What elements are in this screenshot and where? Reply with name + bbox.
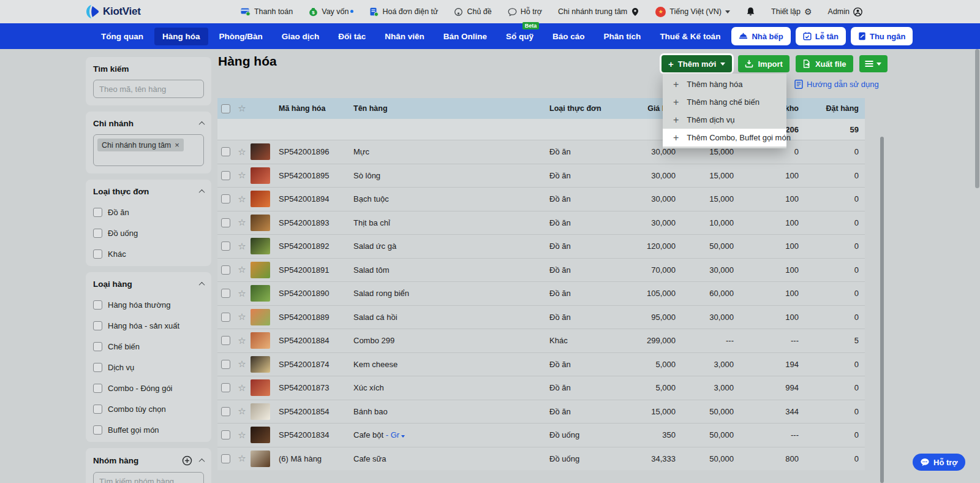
kitchen-button[interactable]: Nhà bếp [731,27,790,45]
table-row[interactable]: ☆ SP542001895 Sò lông - Đồ ăn 30,000 15,… [217,164,865,188]
table-row[interactable]: ☆ SP542001889 Salad cá hồi - Đồ ăn 95,00… [217,305,865,329]
product-type-option[interactable]: Combo tùy chọn [93,404,204,414]
row-checkbox[interactable] [221,313,230,322]
add-new-button[interactable]: + Thêm mới [662,55,732,72]
star-icon[interactable]: ☆ [233,194,251,205]
select-all-checkbox[interactable] [221,104,230,113]
star-icon[interactable]: ☆ [233,170,251,181]
star-icon[interactable]: ☆ [233,406,251,417]
menu-type-option[interactable]: Khác [93,249,204,259]
table-row[interactable]: ☆ SP542001834 Cafe bột - Gr Đồ uống 350 … [217,423,865,447]
menu-type-option[interactable]: Đồ uống [93,228,204,238]
product-type-option[interactable]: Buffet gọi món [93,425,204,435]
remove-chip-icon[interactable]: × [175,140,179,150]
row-checkbox[interactable] [221,147,230,156]
checkbox[interactable] [93,384,102,393]
cashier-button[interactable]: Thu ngân [851,27,913,45]
page-scrollbar[interactable] [975,49,979,188]
column-settings-button[interactable] [859,55,888,72]
checkbox[interactable] [93,300,102,310]
product-type-option[interactable]: Hàng hóa - sản xuất [93,321,204,330]
settings-link[interactable]: Thiết lập ⚙ [771,7,812,17]
support-link[interactable]: Hỗ trợ Beta [508,7,542,17]
star-icon[interactable]: ☆ [233,335,251,346]
dropdown-item[interactable]: + Thêm hàng hóa [663,75,786,93]
search-input[interactable] [93,80,204,98]
kiotviet-logo[interactable]: KiotViet [86,0,141,23]
language-selector[interactable]: ★ Tiếng Việt (VN) [655,7,730,17]
table-row[interactable]: ☆ SP542001892 Salad ức gà - Đồ ăn 120,00… [217,234,865,258]
column-header-name[interactable]: Tên hàng [353,104,549,113]
nav-item[interactable]: Phân tích [596,28,649,45]
row-checkbox[interactable] [221,336,230,345]
chevron-up-icon[interactable] [199,121,205,127]
nav-item[interactable]: Thuế & Kế toán [652,28,728,45]
nav-item[interactable]: Phòng/Bàn [211,28,271,45]
table-row[interactable]: ☆ SP542001894 Bạch tuộc - Đồ ăn 30,000 1… [217,187,865,211]
table-row[interactable]: ☆ SP542001874 Kem cheese - Đồ ăn 5,000 3… [217,352,865,376]
dropdown-item[interactable]: + Thêm dịch vụ [663,111,786,129]
einvoice-link[interactable]: Hoá đơn điện tử [369,7,438,17]
menu-type-option[interactable]: Đồ ăn [93,207,204,217]
nav-item[interactable]: Nhân viên [377,28,432,45]
table-row[interactable]: ☆ SP542001884 Combo 299 - Khác 299,000 -… [217,329,865,352]
row-checkbox[interactable] [221,265,230,275]
checkbox[interactable] [93,425,102,435]
table-row[interactable]: ☆ SP542001890 Salad rong biển - Đồ ăn 10… [217,281,865,305]
row-checkbox[interactable] [221,430,230,439]
notifications-button[interactable] [746,7,755,17]
group-search-input[interactable] [93,472,204,483]
table-row[interactable]: ☆ SP542001893 Thịt ba chỉ - Đồ ăn 30,000… [217,211,865,235]
column-header-code[interactable]: Mã hàng hóa [279,104,353,113]
table-row[interactable]: ☆ (6) Mã hàng Cafe sữa - Đồ uống 34,333 … [217,447,865,471]
checkbox[interactable] [93,229,102,238]
dropdown-item[interactable]: + Thêm hàng chế biến [663,93,786,111]
star-icon[interactable]: ☆ [233,382,251,394]
star-icon[interactable]: ☆ [233,146,251,158]
chevron-up-icon[interactable] [199,282,205,288]
column-header-order[interactable]: Đặt hàng [799,104,859,113]
table-row[interactable]: ☆ SP542001891 Salad tôm - Đồ ăn 70,000 3… [217,258,865,282]
nav-item[interactable]: Bán Online [435,28,495,45]
star-icon[interactable]: ☆ [233,241,251,252]
user-menu[interactable]: Admin [828,7,862,17]
row-checkbox[interactable] [221,218,230,227]
checkbox[interactable] [93,208,102,217]
branch-select[interactable]: Chi nhánh trung tâm × [93,134,204,166]
support-fab-button[interactable]: Hỗ trợ [913,454,965,471]
star-icon[interactable]: ☆ [233,430,251,441]
chevron-up-icon[interactable] [199,189,205,196]
row-checkbox[interactable] [221,171,230,180]
row-checkbox[interactable] [221,194,230,203]
star-icon[interactable]: ☆ [233,288,251,299]
variant-link[interactable]: - Gr [383,430,405,439]
row-checkbox[interactable] [221,383,230,392]
star-icon[interactable]: ☆ [233,264,251,275]
product-type-option[interactable]: Hàng hóa thường [93,300,204,310]
add-group-icon[interactable] [182,455,192,466]
export-button[interactable]: Xuất file [796,55,853,72]
checkbox[interactable] [93,363,102,372]
nav-item[interactable]: Báo cáo [545,28,593,45]
dropdown-item[interactable]: + Thêm Combo, Buffet gọi món [663,129,786,146]
import-button[interactable]: Import [738,55,789,72]
star-icon[interactable]: ☆ [233,359,251,370]
nav-item[interactable]: Hàng hóa [154,28,208,45]
user-guide-link[interactable]: Hướng dẫn sử dụng [794,80,879,89]
row-checkbox[interactable] [221,360,230,369]
star-icon[interactable]: ☆ [233,311,251,322]
row-checkbox[interactable] [221,242,230,251]
checkbox[interactable] [93,321,102,330]
chevron-up-icon[interactable] [199,458,205,465]
product-type-option[interactable]: Chế biến [93,341,204,351]
loan-link[interactable]: $ Vay vốn [309,7,353,17]
nav-item[interactable]: Sổ quỹ [498,28,541,45]
payment-link[interactable]: Thanh toán [241,7,293,16]
product-type-option[interactable]: Combo - Đóng gói [93,383,204,393]
star-icon[interactable]: ☆ [233,103,251,114]
column-header-menu-type[interactable]: Loại thực đơn [549,104,623,113]
checkbox[interactable] [93,405,102,414]
content-scrollbar[interactable] [880,137,884,483]
nav-item[interactable]: Đối tác [330,28,374,45]
reception-button[interactable]: Lễ tân [796,27,846,45]
